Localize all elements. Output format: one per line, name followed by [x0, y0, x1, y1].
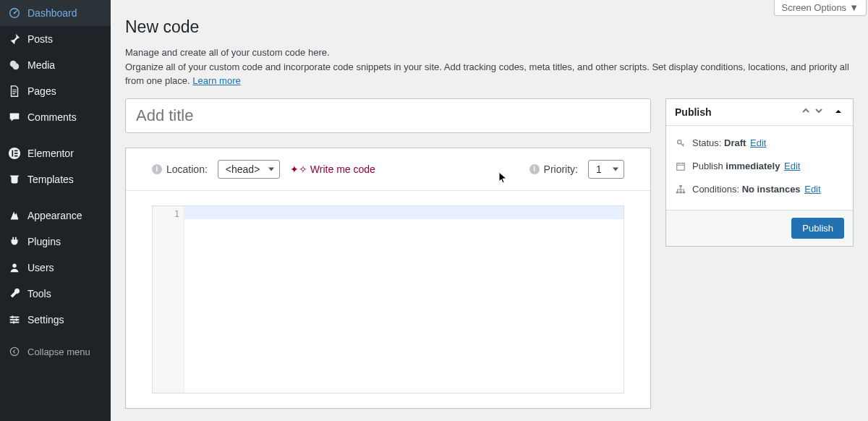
svg-point-1	[14, 12, 16, 14]
sidebar-label: Dashboard	[27, 7, 77, 19]
sidebar-label: Media	[27, 59, 55, 71]
svg-rect-8	[10, 317, 20, 318]
calendar-icon	[675, 161, 686, 172]
schedule-row: Publish immediately Edit	[675, 155, 844, 178]
elementor-icon	[7, 146, 22, 161]
info-icon: i	[529, 164, 540, 174]
sidebar-item-templates[interactable]: Templates	[0, 166, 111, 192]
sidebar-item-plugins[interactable]: Plugins	[0, 229, 111, 255]
admin-sidebar: Dashboard Posts Media Pages Comments Ele…	[0, 0, 111, 421]
svg-rect-9	[10, 319, 20, 320]
editor-gutter: 1	[153, 206, 184, 393]
publish-box: Publish Status: Draft Edit Publish immed…	[665, 98, 854, 247]
users-icon	[7, 260, 22, 275]
sitemap-icon	[675, 184, 686, 195]
sidebar-item-appearance[interactable]: Appearance	[0, 203, 111, 229]
svg-point-14	[10, 347, 18, 355]
sidebar-label: Plugins	[27, 236, 61, 247]
sidebar-item-settings[interactable]: Settings	[0, 307, 111, 333]
svg-rect-16	[677, 163, 685, 170]
svg-rect-11	[12, 316, 13, 319]
svg-rect-12	[16, 318, 17, 321]
write-me-code-button[interactable]: ✦✧ Write me code	[290, 163, 375, 175]
svg-rect-18	[676, 191, 679, 193]
comments-icon	[7, 110, 22, 124]
schedule-edit-link[interactable]: Edit	[784, 161, 800, 171]
settings-icon	[7, 312, 22, 327]
sidebar-label: Pages	[27, 85, 56, 97]
location-label: iLocation:	[152, 163, 208, 175]
collapse-icon	[7, 344, 22, 359]
media-icon	[7, 58, 22, 72]
sidebar-label: Comments	[27, 111, 77, 123]
screen-options-label: Screen Options	[782, 2, 847, 13]
appearance-icon	[7, 208, 22, 223]
key-icon	[675, 137, 686, 149]
move-down-icon[interactable]	[812, 106, 825, 117]
dashboard-icon	[7, 6, 22, 20]
svg-rect-3	[12, 150, 13, 157]
svg-rect-6	[14, 156, 18, 157]
sidebar-item-tools[interactable]: Tools	[0, 281, 111, 307]
sidebar-item-posts[interactable]: Posts	[0, 26, 111, 52]
code-panel: iLocation: <head> ✦✧ Write me code iPrio…	[125, 148, 651, 409]
pin-icon	[7, 32, 22, 46]
sidebar-label: Settings	[27, 314, 64, 326]
publish-box-header: Publish	[666, 99, 853, 126]
priority-select[interactable]: 1	[588, 160, 624, 179]
editor-body[interactable]	[184, 206, 624, 393]
sidebar-label: Tools	[27, 288, 51, 299]
sidebar-label: Users	[27, 262, 54, 273]
tools-icon	[7, 286, 22, 301]
sidebar-item-media[interactable]: Media	[0, 52, 111, 78]
code-editor[interactable]: 1	[152, 205, 624, 394]
publish-box-title: Publish	[675, 106, 799, 118]
info-icon: i	[152, 164, 162, 174]
sidebar-label: Posts	[27, 33, 53, 45]
sidebar-item-comments[interactable]: Comments	[0, 104, 111, 130]
sidebar-item-pages[interactable]: Pages	[0, 78, 111, 104]
move-up-icon[interactable]	[799, 106, 812, 117]
conditions-row: Conditions: No instances Edit	[675, 178, 844, 201]
sidebar-label: Appearance	[27, 210, 82, 221]
title-input[interactable]	[125, 98, 651, 133]
chevron-down-icon: ▼	[849, 2, 859, 13]
sidebar-item-users[interactable]: Users	[0, 255, 111, 281]
svg-rect-17	[679, 184, 682, 187]
sparkle-icon: ✦✧	[290, 163, 307, 175]
collapse-label: Collapse menu	[27, 346, 90, 357]
sidebar-label: Templates	[27, 174, 74, 185]
templates-icon	[7, 172, 22, 187]
page-title: New code	[125, 17, 854, 37]
code-panel-toolbar: iLocation: <head> ✦✧ Write me code iPrio…	[126, 148, 650, 191]
sidebar-collapse[interactable]: Collapse menu	[0, 339, 111, 365]
location-select[interactable]: <head>	[218, 160, 280, 179]
line-number: 1	[157, 209, 179, 219]
pages-icon	[7, 84, 22, 98]
svg-rect-4	[14, 150, 18, 152]
svg-rect-5	[14, 153, 18, 154]
learn-more-link[interactable]: Learn more	[192, 75, 240, 86]
toggle-icon[interactable]	[833, 106, 844, 117]
conditions-edit-link[interactable]: Edit	[804, 184, 820, 195]
sidebar-item-elementor[interactable]: Elementor	[0, 140, 111, 166]
sidebar-item-dashboard[interactable]: Dashboard	[0, 0, 111, 26]
screen-options-toggle[interactable]: Screen Options ▼	[774, 0, 867, 16]
page-subtitle: Manage and create all of your custom cod…	[125, 46, 854, 88]
main-content: Screen Options ▼ New code Manage and cre…	[111, 0, 868, 421]
sidebar-label: Elementor	[27, 148, 74, 159]
priority-label: iPriority:	[529, 163, 578, 175]
plugins-icon	[7, 234, 22, 249]
publish-button[interactable]: Publish	[791, 218, 844, 239]
svg-rect-19	[679, 191, 682, 193]
status-row: Status: Draft Edit	[675, 132, 844, 155]
svg-rect-20	[683, 191, 686, 193]
status-edit-link[interactable]: Edit	[750, 137, 766, 148]
svg-rect-13	[13, 321, 14, 324]
svg-point-7	[12, 264, 16, 268]
editor-active-line	[184, 206, 624, 219]
